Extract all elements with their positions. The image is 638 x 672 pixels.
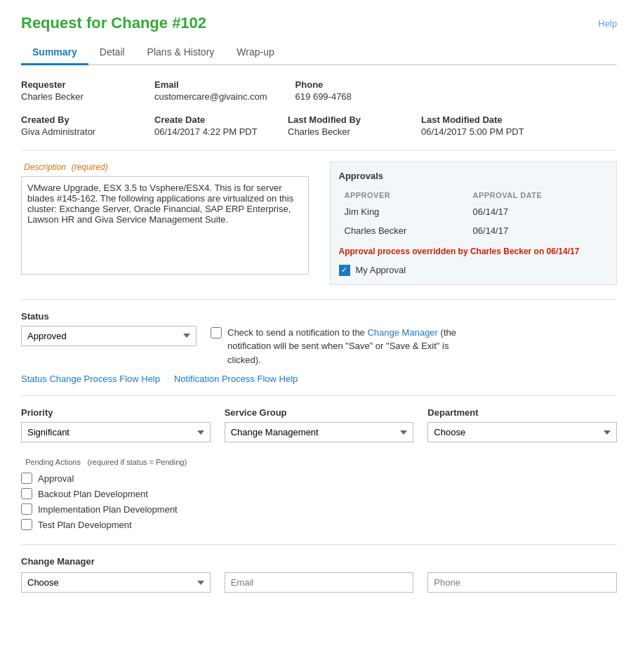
requester-value: Charles Becker <box>21 91 126 102</box>
service-group-label: Service Group <box>225 407 414 418</box>
pending-actions-section: Pending Actions (required if status = Pe… <box>21 456 617 530</box>
created-by-label: Created By <box>21 114 126 125</box>
change-manager-select-field: Choose <box>21 572 211 593</box>
status-section: Status Approved Pending Closed Cancelled… <box>21 311 617 385</box>
created-by-field: Created By Giva Administrator <box>21 114 126 137</box>
email-field: Email customercare@givainc.com <box>154 79 267 102</box>
divider-4 <box>21 544 617 545</box>
last-modified-by-value: Charles Becker <box>288 126 393 137</box>
email-label: Email <box>154 79 267 90</box>
date-col-header: APPROVAL DATE <box>467 188 608 202</box>
meta-row: Created By Giva Administrator Create Dat… <box>21 114 617 137</box>
table-row: Charles Becker06/14/17 <box>339 221 609 240</box>
priority-select[interactable]: Significant Low Medium High <box>21 422 211 442</box>
last-modified-by-label: Last Modified By <box>288 114 393 125</box>
help-link[interactable]: Help <box>598 18 617 29</box>
pending-impl-label: Implementation Plan Development <box>38 504 178 515</box>
change-manager-select[interactable]: Choose <box>21 572 211 593</box>
status-row: Approved Pending Closed Cancelled Check … <box>21 326 617 367</box>
status-select[interactable]: Approved Pending Closed Cancelled <box>21 326 197 346</box>
status-change-flow-link[interactable]: Status Change Process Flow Help <box>21 374 160 384</box>
phone-value: 619 699-4768 <box>295 91 401 102</box>
create-date-field: Create Date 06/14/2017 4:22 PM PDT <box>154 114 260 137</box>
department-select[interactable]: Choose <box>427 422 617 442</box>
service-group-select[interactable]: Change Management <box>225 422 414 442</box>
last-modified-date-value: 06/14/2017 5:00 PM PDT <box>421 126 526 137</box>
change-manager-row: Choose <box>21 572 617 593</box>
page-header: Request for Change #102 Help <box>21 14 617 32</box>
priority-field: Priority Significant Low Medium High <box>21 407 211 442</box>
status-label: Status <box>21 311 617 322</box>
divider-3 <box>21 395 617 396</box>
last-modified-by-field: Last Modified By Charles Becker <box>288 114 393 137</box>
last-modified-date-field: Last Modified Date 06/14/2017 5:00 PM PD… <box>421 114 526 137</box>
department-field: Department Choose <box>427 407 617 442</box>
tabs-nav: Summary Detail Plans & History Wrap-up <box>21 41 617 65</box>
email-value: customercare@givainc.com <box>154 91 267 102</box>
phone-field: Phone 619 699-4768 <box>295 79 401 102</box>
date-cell: 06/14/17 <box>467 202 608 221</box>
page-title: Request for Change #102 <box>21 14 206 32</box>
pending-approval-checkbox[interactable] <box>21 473 32 484</box>
three-col-section: Priority Significant Low Medium High Ser… <box>21 407 617 442</box>
list-item: Approval <box>21 473 617 484</box>
list-item: Backout Plan Development <box>21 488 617 499</box>
approvals-title: Approvals <box>339 171 609 181</box>
pending-approval-label: Approval <box>38 473 74 484</box>
approver-col-header: APPROVER <box>339 188 467 202</box>
table-row: Jim King06/14/17 <box>339 202 609 221</box>
pending-test-label: Test Plan Development <box>38 520 132 530</box>
approver-cell: Jim King <box>339 202 467 221</box>
approvals-panel: Approvals APPROVER APPROVAL DATE Jim Kin… <box>330 162 618 285</box>
list-item: Test Plan Development <box>21 519 617 530</box>
change-manager-phone-input[interactable] <box>427 572 617 593</box>
page-container: Request for Change #102 Help Summary Det… <box>0 0 638 614</box>
my-approval-checkbox[interactable]: ✓ <box>339 265 350 276</box>
change-manager-email-input[interactable] <box>225 572 414 593</box>
list-item: Implementation Plan Development <box>21 503 617 515</box>
change-manager-link[interactable]: Change Manager <box>367 327 437 338</box>
pending-backout-label: Backout Plan Development <box>38 489 148 499</box>
requester-field: Requester Charles Becker <box>21 79 126 102</box>
divider-2 <box>21 299 617 300</box>
pending-test-checkbox[interactable] <box>21 519 32 530</box>
notification-checkbox[interactable] <box>211 327 222 338</box>
tab-summary[interactable]: Summary <box>21 41 88 65</box>
my-approval-row: ✓ My Approval <box>339 265 609 276</box>
notification-flow-link[interactable]: Notification Process Flow Help <box>174 374 298 384</box>
my-approval-label: My Approval <box>356 265 406 275</box>
description-col: Description (required) VMware Upgrade, E… <box>21 162 309 285</box>
created-by-value: Giva Administrator <box>21 126 126 137</box>
approver-cell: Charles Becker <box>339 221 467 240</box>
requester-label: Requester <box>21 79 126 90</box>
phone-label: Phone <box>295 79 401 90</box>
department-label: Department <box>427 407 617 418</box>
pending-impl-checkbox[interactable] <box>21 503 32 515</box>
date-cell: 06/14/17 <box>467 221 608 240</box>
process-links: Status Change Process Flow Help Notifica… <box>21 374 617 384</box>
approval-override-text: Approval process overridden by Charles B… <box>339 246 609 258</box>
main-content: Description (required) VMware Upgrade, E… <box>21 162 617 285</box>
required-indicator: (required) <box>72 162 108 172</box>
priority-label: Priority <box>21 407 211 418</box>
description-textarea[interactable]: VMware Upgrade, ESX 3.5 to Vsphere/ESX4.… <box>21 176 309 275</box>
divider-1 <box>21 150 617 150</box>
tab-plans-history[interactable]: Plans & History <box>136 41 226 65</box>
approvals-col: Approvals APPROVER APPROVAL DATE Jim Kin… <box>330 162 618 285</box>
pending-backout-checkbox[interactable] <box>21 488 32 499</box>
pending-items-list: Approval Backout Plan Development Implem… <box>21 473 617 530</box>
last-modified-date-label: Last Modified Date <box>421 114 526 125</box>
change-manager-label: Change Manager <box>21 556 617 567</box>
service-group-field: Service Group Change Management <box>225 407 414 442</box>
change-manager-email-field <box>225 572 414 593</box>
notification-text: Check to send a notification to the Chan… <box>227 326 477 367</box>
pending-actions-label: Pending Actions (required if status = Pe… <box>21 456 617 467</box>
requester-row: Requester Charles Becker Email customerc… <box>21 79 617 102</box>
change-manager-section: Change Manager Choose <box>21 556 617 593</box>
tab-wrapup[interactable]: Wrap-up <box>225 41 285 65</box>
create-date-label: Create Date <box>154 114 260 125</box>
change-manager-phone-field <box>427 572 617 593</box>
create-date-value: 06/14/2017 4:22 PM PDT <box>154 126 260 137</box>
tab-detail[interactable]: Detail <box>88 41 136 65</box>
notification-area: Check to send a notification to the Chan… <box>211 326 477 367</box>
